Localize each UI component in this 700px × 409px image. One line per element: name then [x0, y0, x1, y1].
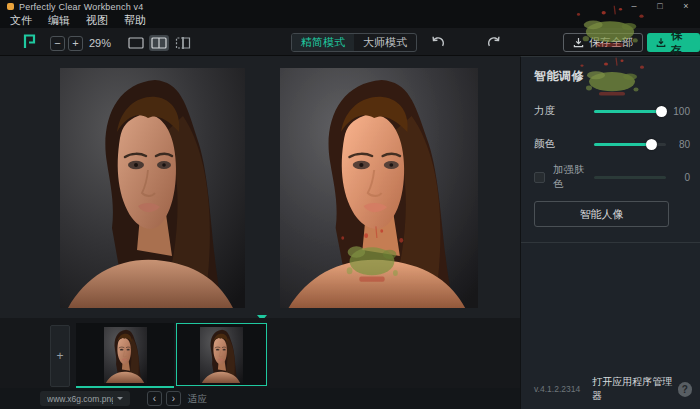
next-photo-button[interactable]: › — [166, 391, 181, 406]
redo-icon — [487, 35, 502, 49]
menu-bar: 文件 编辑 视图 帮助 — [0, 13, 700, 28]
open-app-manager-link[interactable]: 打开应用程序管理器 — [592, 375, 678, 403]
menu-help[interactable]: 帮助 — [124, 13, 146, 28]
after-image[interactable] — [280, 68, 478, 308]
close-button[interactable]: × — [680, 0, 692, 13]
strength-slider-row: 力度 100 — [534, 104, 690, 118]
split-view-icon — [151, 37, 167, 49]
before-image[interactable] — [60, 68, 245, 308]
chevron-down-icon — [117, 397, 123, 400]
slider-knob[interactable] — [646, 139, 657, 150]
thumbnail-image — [104, 327, 147, 383]
panel-divider — [521, 242, 700, 243]
save-all-label: 保存全部 — [589, 35, 633, 50]
slider-fill — [594, 143, 652, 146]
maximize-button[interactable]: □ — [654, 0, 666, 13]
curtain-view-icon — [175, 37, 191, 49]
slider-fill — [594, 110, 662, 113]
zoom-in-button[interactable]: + — [68, 36, 83, 51]
filename-label: www.x6g.com.png — [47, 394, 113, 404]
image-canvas: + www.x6g.com.png ‹ › 适应 — [0, 56, 520, 409]
window-title: Perfectly Clear Workbench v4 — [19, 2, 143, 12]
zoom-level: 29% — [89, 37, 111, 49]
color-label: 颜色 — [534, 137, 594, 151]
add-photo-button[interactable]: + — [50, 325, 70, 387]
single-view-button[interactable] — [126, 35, 146, 51]
color-value: 80 — [666, 139, 690, 150]
skin-tone-value: 0 — [666, 172, 690, 183]
curtain-view-button[interactable] — [173, 35, 193, 51]
previous-photo-button[interactable]: ‹ — [147, 391, 162, 406]
app-window: Perfectly Clear Workbench v4 – □ × 文件 编辑… — [0, 0, 700, 409]
strength-label: 力度 — [534, 104, 594, 118]
app-icon — [7, 3, 14, 10]
zoom-out-button[interactable]: − — [50, 36, 65, 51]
skin-tone-label: 加强肤色 — [553, 163, 594, 191]
thumbnail-slot[interactable] — [76, 323, 174, 386]
save-label: 保存 — [671, 28, 691, 58]
slider-knob[interactable] — [656, 106, 667, 117]
perfectly-clear-logo-icon — [21, 33, 38, 50]
mode-tabs: 精简模式 大师模式 — [291, 33, 417, 52]
download-icon — [656, 37, 666, 48]
split-view-button[interactable] — [149, 35, 169, 51]
bottom-bar: www.x6g.com.png ‹ › 适应 — [0, 388, 520, 409]
filmstrip: + — [0, 318, 520, 388]
panel-footer: v.4.1.2.2314 打开应用程序管理器 ? — [534, 375, 692, 403]
version-label: v.4.1.2.2314 — [534, 384, 580, 394]
download-icon — [573, 37, 584, 48]
filename-dropdown[interactable]: www.x6g.com.png — [40, 391, 130, 406]
save-all-button[interactable]: 保存全部 — [563, 33, 643, 52]
save-button[interactable]: 保存 — [647, 33, 700, 52]
undo-icon — [430, 35, 445, 49]
single-view-icon — [128, 37, 144, 49]
toolbar: − + 29% 精简模式 大师模式 保存全部 保存 — [0, 28, 700, 56]
adjustment-panel: 智能调修 力度 100 颜色 80 加强肤色 — [520, 56, 700, 409]
color-slider-row: 颜色 80 — [534, 137, 690, 151]
help-button[interactable]: ? — [678, 382, 692, 397]
menu-edit[interactable]: 编辑 — [48, 13, 70, 28]
title-bar: Perfectly Clear Workbench v4 – □ × — [0, 0, 700, 13]
minimize-button[interactable]: – — [628, 0, 640, 13]
strength-value: 100 — [666, 106, 690, 117]
menu-view[interactable]: 视图 — [86, 13, 108, 28]
skin-tone-checkbox[interactable] — [534, 172, 545, 183]
smart-portrait-button[interactable]: 智能人像 — [534, 201, 669, 227]
panel-title: 智能调修 — [534, 68, 690, 85]
strength-slider[interactable] — [594, 110, 666, 113]
tab-simple-mode[interactable]: 精简模式 — [292, 34, 354, 51]
menu-file[interactable]: 文件 — [10, 13, 32, 28]
color-slider[interactable] — [594, 143, 666, 146]
thumbnail-slot-selected[interactable] — [176, 323, 267, 386]
skin-tone-slider-row: 加强肤色 0 — [534, 170, 690, 184]
window-controls: – □ × — [628, 0, 696, 13]
redo-button[interactable] — [487, 35, 502, 49]
fit-label: 适应 — [188, 393, 207, 406]
tab-master-mode[interactable]: 大师模式 — [354, 34, 416, 51]
skin-tone-slider — [594, 176, 666, 179]
thumbnail-image — [200, 327, 243, 383]
undo-button[interactable] — [430, 35, 445, 49]
